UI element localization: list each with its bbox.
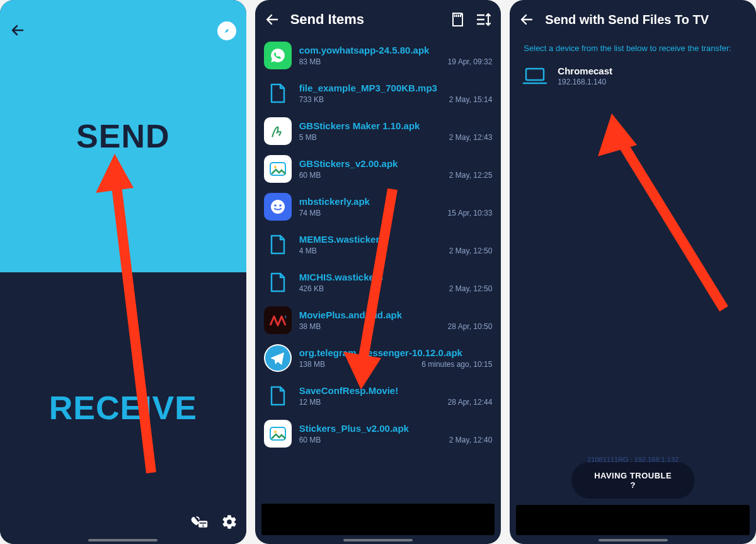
- file-date: 2 May, 15:14: [449, 95, 492, 104]
- file-date: 19 Apr, 09:32: [448, 57, 493, 66]
- donate-icon[interactable]: $: [190, 514, 209, 532]
- file-item[interactable]: SaveConfResp.Movie! 12 MB 28 Apr, 12:44: [255, 377, 501, 415]
- file-size: 5 MB: [299, 133, 317, 142]
- svg-point-19: [274, 431, 277, 433]
- file-size: 60 MB: [299, 171, 321, 180]
- svg-text:$: $: [202, 523, 204, 528]
- file-item[interactable]: mbstickerly.apk 74 MB 15 Apr, 10:33: [255, 188, 501, 226]
- ad-banner[interactable]: [516, 505, 750, 535]
- screen-home: SEND RECEIVE $: [0, 0, 246, 544]
- file-name: Stickers_Plus_v2.00.apk: [299, 423, 493, 434]
- ad-banner[interactable]: [261, 504, 495, 535]
- file-size: 83 MB: [299, 57, 321, 66]
- file-date: 6 minutes ago, 10:15: [421, 360, 492, 369]
- page-title: Send Items: [290, 11, 440, 28]
- send-label: SEND: [76, 117, 169, 155]
- file-item[interactable]: com.yowhatsapp-24.5.80.apk 83 MB 19 Apr,…: [255, 37, 501, 74]
- file-item[interactable]: MICHIS.wastickers 426 KB 2 May, 12:50: [255, 263, 501, 301]
- file-icon: [264, 42, 292, 69]
- home-indicator: [598, 539, 668, 541]
- file-date: 2 May, 12:43: [449, 133, 492, 142]
- app-bar: Send with Send Files To TV: [510, 0, 756, 37]
- file-date: 2 May, 12:40: [449, 436, 492, 444]
- file-date: 15 Apr, 10:33: [448, 209, 493, 217]
- svg-marker-25: [598, 113, 637, 156]
- file-name: com.yowhatsapp-24.5.80.apk: [299, 45, 493, 55]
- svg-rect-22: [526, 69, 544, 80]
- file-name: SaveConfResp.Movie!: [299, 385, 493, 396]
- file-item[interactable]: GBStickers Maker 1.10.apk 5 MB 2 May, 12…: [255, 112, 501, 150]
- file-item[interactable]: org.telegram.messenger-10.12.0.apk 138 M…: [255, 339, 501, 377]
- file-name: MoviePlus.android.apk: [299, 310, 493, 320]
- file-name: mbstickerly.apk: [299, 196, 493, 207]
- svg-point-13: [271, 200, 285, 214]
- file-name: GBStickers Maker 1.10.apk: [299, 120, 493, 131]
- file-name: MEMES.wastickers: [299, 234, 493, 245]
- file-name: file_example_MP3_700KB.mp3: [299, 83, 493, 93]
- file-icon: [264, 231, 292, 258]
- sdcard-icon[interactable]: [449, 11, 466, 28]
- annotation-arrow: [592, 107, 736, 321]
- screen-send-items: Send Items com.yowhatsapp-24.5.80.apk 83…: [255, 0, 501, 544]
- file-date: 2 May, 12:50: [449, 284, 492, 293]
- device-ip: 192.168.1.140: [558, 78, 612, 86]
- having-trouble-button[interactable]: HAVING TROUBLE ?: [571, 462, 694, 499]
- file-date: 2 May, 12:50: [449, 246, 492, 255]
- laptop-icon: [522, 67, 547, 86]
- file-icon: [264, 420, 292, 448]
- back-icon[interactable]: [10, 23, 25, 42]
- receive-label: RECEIVE: [49, 389, 197, 427]
- file-icon: [264, 269, 292, 296]
- compass-icon[interactable]: [217, 21, 236, 40]
- file-icon: [264, 382, 292, 410]
- file-name: org.telegram.messenger-10.12.0.apk: [299, 347, 493, 358]
- file-size: 12 MB: [299, 398, 321, 407]
- file-icon: +: [264, 306, 292, 334]
- file-date: 2 May, 12:25: [449, 171, 492, 180]
- app-bar: Send Items: [255, 0, 501, 37]
- file-size: 38 MB: [299, 322, 321, 331]
- file-item[interactable]: MEMES.wastickers 4 MB 2 May, 12:50: [255, 226, 501, 263]
- send-panel[interactable]: SEND: [0, 0, 246, 272]
- file-size: 138 MB: [299, 360, 325, 369]
- file-name: MICHIS.wastickers: [299, 272, 493, 282]
- file-name: GBStickers_v2.00.apk: [299, 158, 493, 169]
- file-size: 733 KB: [299, 95, 324, 104]
- svg-point-14: [274, 204, 277, 207]
- svg-line-24: [616, 132, 724, 309]
- file-item[interactable]: file_example_MP3_700KB.mp3 733 KB 2 May,…: [255, 74, 501, 112]
- file-size: 4 MB: [299, 246, 317, 255]
- file-size: 426 KB: [299, 284, 324, 293]
- file-icon: [264, 155, 292, 183]
- file-size: 74 MB: [299, 209, 321, 217]
- page-title: Send with Send Files To TV: [545, 13, 747, 27]
- file-icon: [264, 344, 292, 372]
- back-icon[interactable]: [264, 11, 280, 28]
- file-date: 28 Apr, 10:50: [448, 322, 493, 331]
- settings-gear-icon[interactable]: [221, 514, 238, 533]
- file-date: 28 Apr, 12:44: [448, 398, 493, 407]
- file-item[interactable]: + MoviePlus.android.apk 38 MB 28 Apr, 10…: [255, 301, 501, 339]
- svg-text:+: +: [284, 314, 287, 320]
- file-list: com.yowhatsapp-24.5.80.apk 83 MB 19 Apr,…: [255, 37, 501, 499]
- file-item[interactable]: GBStickers_v2.00.apk 60 MB 2 May, 12:25: [255, 150, 501, 188]
- file-size: 60 MB: [299, 436, 321, 444]
- file-icon: [264, 79, 292, 107]
- screen-select-device: Send with Send Files To TV Select a devi…: [510, 0, 756, 544]
- file-icon: [264, 193, 292, 221]
- device-item[interactable]: Chromecast 192.168.1.140: [510, 57, 756, 95]
- svg-point-15: [279, 204, 282, 207]
- sort-icon[interactable]: [476, 11, 492, 28]
- back-icon[interactable]: [518, 11, 535, 28]
- file-item[interactable]: Stickers_Plus_v2.00.apk 60 MB 2 May, 12:…: [255, 415, 501, 453]
- svg-point-12: [274, 166, 277, 168]
- home-indicator: [343, 539, 413, 541]
- home-indicator: [88, 539, 158, 541]
- receive-panel[interactable]: RECEIVE $: [0, 272, 246, 545]
- file-icon: [264, 117, 292, 145]
- device-name: Chromecast: [558, 66, 612, 76]
- select-device-prompt: Select a device from the list below to r…: [510, 37, 756, 57]
